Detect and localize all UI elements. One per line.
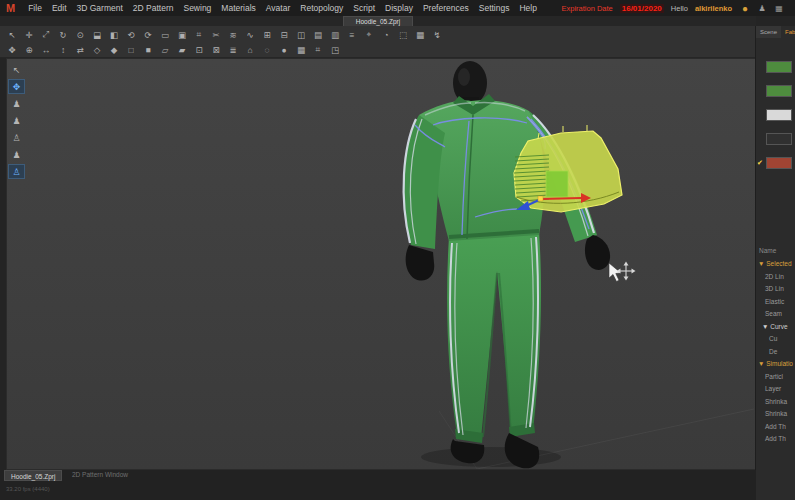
menu-item[interactable]: Preferences	[418, 3, 474, 13]
toolbar-icon[interactable]: ◆	[106, 42, 122, 57]
toolbar-icon[interactable]: ⊟	[276, 27, 292, 42]
property-row[interactable]: Add Th	[758, 435, 795, 443]
property-row[interactable]: ▼ Simulatio	[758, 360, 795, 368]
toolbar-icon[interactable]: ⟲	[123, 27, 139, 42]
toolbar-icon[interactable]: ◧	[106, 27, 122, 42]
menu-item[interactable]: Retopology	[295, 3, 348, 13]
toolbar-icon[interactable]: □	[123, 42, 139, 57]
topbar-icon[interactable]: ●	[739, 2, 751, 14]
right-panel-tab[interactable]: Scene	[756, 26, 781, 38]
left-tool-button[interactable]: ✥	[8, 79, 25, 94]
toolbar-icon[interactable]: ⊞	[259, 27, 275, 42]
menu-item[interactable]: Display	[380, 3, 418, 13]
fabric-swatch[interactable]	[766, 157, 792, 169]
property-row[interactable]: Shrinka	[758, 410, 795, 418]
toolbar-icon[interactable]: ⬓	[89, 27, 105, 42]
menu-item[interactable]: Settings	[474, 3, 515, 13]
property-row[interactable]: ▼ Curve	[758, 323, 795, 331]
menu-item[interactable]: Edit	[47, 3, 72, 13]
fabric-swatch-row[interactable]	[757, 132, 795, 145]
toolbar-icon[interactable]: ◳	[327, 42, 343, 57]
fabric-swatch[interactable]	[766, 133, 792, 145]
topbar-icon[interactable]: ▦	[773, 2, 785, 14]
toolbar-icon[interactable]: ⤢	[38, 27, 54, 42]
fabric-swatch-row[interactable]	[757, 108, 795, 121]
toolbar-icon[interactable]: ≡	[344, 27, 360, 42]
left-tool-button[interactable]: ♙	[8, 130, 25, 145]
toolbar-icon[interactable]: ◫	[293, 27, 309, 42]
property-row[interactable]: Seam	[758, 310, 795, 318]
menu-item[interactable]: Script	[348, 3, 380, 13]
menu-item[interactable]: 2D Pattern	[128, 3, 179, 13]
property-row[interactable]: 3D Lin	[758, 285, 795, 293]
fabric-swatch[interactable]	[766, 85, 792, 97]
toolbar-icon[interactable]: ⌖	[361, 27, 377, 42]
toolbar-icon[interactable]: ⬚	[395, 27, 411, 42]
toolbar-icon[interactable]: ⊡	[191, 42, 207, 57]
toolbar-icon[interactable]: ↕	[55, 42, 71, 57]
toolbar-icon[interactable]: ⊠	[208, 42, 224, 57]
property-row[interactable]: Add Th	[758, 423, 795, 431]
toolbar-icon[interactable]: ◇	[89, 42, 105, 57]
toolbar-icon[interactable]: ⊙	[72, 27, 88, 42]
toolbar-icon[interactable]: ↻	[55, 27, 71, 42]
toolbar-icon[interactable]: ⟳	[140, 27, 156, 42]
property-row[interactable]: Shrinka	[758, 398, 795, 406]
toolbar-icon[interactable]: ▰	[174, 42, 190, 57]
property-row[interactable]: De	[758, 348, 795, 356]
toolbar-icon[interactable]: ∿	[242, 27, 258, 42]
viewport-3d[interactable]	[6, 58, 756, 470]
toolbar-icon[interactable]: ↔	[38, 42, 54, 57]
toolbar-icon[interactable]: ▤	[310, 27, 326, 42]
property-row[interactable]: Particl	[758, 373, 795, 381]
toolbar-icon[interactable]: ●	[276, 42, 292, 57]
toolbar-icon[interactable]: ≣	[225, 42, 241, 57]
toolbar-icon[interactable]: ✂	[208, 27, 224, 42]
toolbar-icon[interactable]: ↯	[429, 27, 445, 42]
toolbar-icon[interactable]: ⊕	[21, 42, 37, 57]
fabric-swatch-row[interactable]	[757, 84, 795, 97]
fabric-swatch-row[interactable]: ✔	[757, 156, 795, 169]
toolbar-icon[interactable]: ▭	[157, 27, 173, 42]
left-tool-button[interactable]: ♟	[8, 147, 25, 162]
fabric-swatch[interactable]	[766, 61, 792, 73]
toolbar-icon[interactable]: ✥	[4, 42, 20, 57]
toolbar-icon[interactable]: ▣	[174, 27, 190, 42]
left-tool-button[interactable]: ↖	[8, 62, 25, 77]
property-row[interactable]: 2D Lin	[758, 273, 795, 281]
toolbar-icon[interactable]: ■	[140, 42, 156, 57]
toolbar-icon[interactable]: ⌗	[310, 42, 326, 57]
toolbar-icon[interactable]: ◌	[259, 42, 275, 57]
menu-item[interactable]: 3D Garment	[72, 3, 128, 13]
menu-item[interactable]: Materials	[216, 3, 260, 13]
toolbar-icon[interactable]: ⌗	[191, 27, 207, 42]
menu-item[interactable]: File	[23, 3, 47, 13]
right-panel-tab[interactable]: Fabric	[781, 26, 795, 38]
bottom-document-tab[interactable]: Hoodie_05.Zprj	[4, 470, 62, 481]
toolbar-icon[interactable]: ↖	[4, 27, 20, 42]
fabric-swatch-row[interactable]	[757, 60, 795, 73]
toolbar-icon[interactable]: ⌂	[242, 42, 258, 57]
toolbar-icon[interactable]: ▥	[327, 27, 343, 42]
menu-item[interactable]: Sewing	[178, 3, 216, 13]
toolbar-icon[interactable]: ≋	[225, 27, 241, 42]
toolbar-icon[interactable]: ▱	[157, 42, 173, 57]
topbar-icon[interactable]: ♟	[756, 2, 768, 14]
left-tool-button[interactable]: ♙	[8, 164, 25, 179]
left-tool-button[interactable]: ♟	[8, 96, 25, 111]
toolbar-icon[interactable]: ▦	[293, 42, 309, 57]
toolbar-icon[interactable]: ⇄	[72, 42, 88, 57]
left-tool-button[interactable]: ♟	[8, 113, 25, 128]
toolbar-icon[interactable]: ◔	[378, 27, 394, 42]
document-tab[interactable]: Hoodie_05.Zprj	[343, 16, 413, 26]
property-row[interactable]: Cu	[758, 335, 795, 343]
pattern-window-tab[interactable]: 2D Pattern Window	[72, 471, 128, 478]
toolbar-icon[interactable]: ✛	[21, 27, 37, 42]
property-row[interactable]: Elastic	[758, 298, 795, 306]
toolbar-icon[interactable]: ▦	[412, 27, 428, 42]
property-row[interactable]: ▼ Selected	[758, 260, 795, 268]
property-row[interactable]: Layer	[758, 385, 795, 393]
garment-pants[interactable]	[447, 231, 541, 439]
fabric-swatch[interactable]	[766, 109, 792, 121]
menu-item[interactable]: Avatar	[261, 3, 295, 13]
